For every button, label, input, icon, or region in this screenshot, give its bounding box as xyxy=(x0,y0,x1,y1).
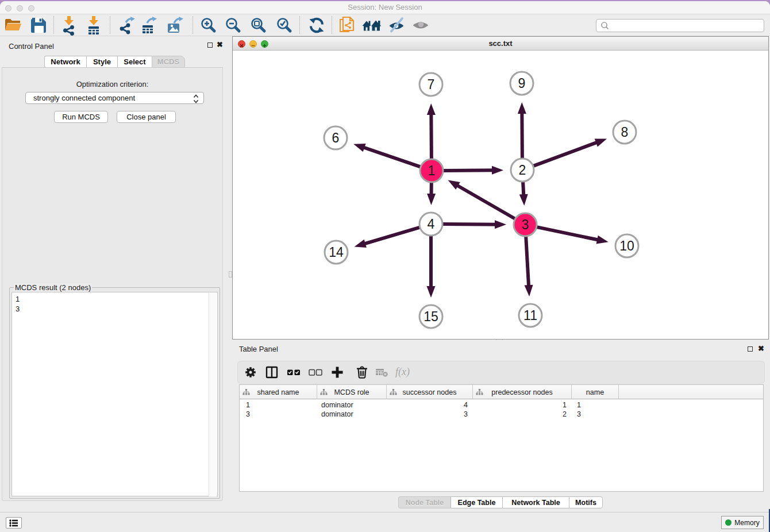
svg-text:3: 3 xyxy=(522,217,529,232)
svg-text:2: 2 xyxy=(519,163,526,178)
svg-text:7: 7 xyxy=(428,77,435,92)
svg-text:14: 14 xyxy=(329,245,344,260)
svg-text:8: 8 xyxy=(621,125,629,140)
svg-text:1: 1 xyxy=(428,163,436,178)
svg-text:15: 15 xyxy=(424,309,438,324)
svg-text:10: 10 xyxy=(619,238,634,253)
svg-text:9: 9 xyxy=(518,76,526,91)
svg-text:11: 11 xyxy=(523,308,537,323)
svg-text:6: 6 xyxy=(332,130,340,145)
svg-text:4: 4 xyxy=(428,217,435,232)
